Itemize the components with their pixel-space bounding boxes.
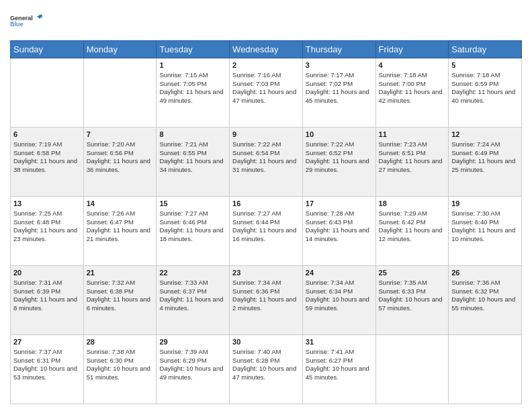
sunrise-text: Sunrise: 7:20 AM [87,140,135,148]
daylight-text: Daylight: 11 hours and 38 minutes. [13,157,77,173]
sunset-text: Sunset: 6:42 PM [379,218,426,226]
daylight-text: Daylight: 10 hours and 49 minutes. [159,365,223,381]
week-row-2: 6Sunrise: 7:19 AMSunset: 6:58 PMDaylight… [11,128,522,197]
day-number: 10 [306,130,373,140]
daylight-text: Daylight: 11 hours and 42 minutes. [379,88,443,104]
calendar-cell: 14Sunrise: 7:26 AMSunset: 6:47 PMDayligh… [83,197,157,266]
day-number: 31 [306,337,373,347]
sunset-text: Sunset: 6:54 PM [232,149,279,156]
daylight-text: Daylight: 11 hours and 23 minutes. [13,226,77,242]
day-number: 2 [232,60,300,71]
page: General Blue SundayMondayTuesdayWednesda… [0,0,532,411]
day-number: 27 [13,337,81,347]
sunset-text: Sunset: 7:03 PM [232,80,279,87]
sunset-text: Sunset: 6:46 PM [159,218,206,226]
calendar-cell: 4Sunrise: 7:18 AMSunset: 7:00 PMDaylight… [375,58,449,128]
sunrise-text: Sunrise: 7:29 AM [379,210,427,217]
day-number: 18 [379,199,446,209]
day-number: 21 [87,268,154,278]
sunset-text: Sunset: 6:36 PM [232,287,279,295]
sunrise-text: Sunrise: 7:35 AM [379,279,427,286]
sunrise-text: Sunrise: 7:25 AM [13,210,62,217]
daylight-text: Daylight: 11 hours and 18 minutes. [159,226,223,242]
calendar-cell: 20Sunrise: 7:31 AMSunset: 6:39 PMDayligh… [11,266,84,335]
weekday-header-thursday: Thursday [302,41,375,58]
daylight-text: Daylight: 11 hours and 31 minutes. [232,157,296,173]
daylight-text: Daylight: 11 hours and 4 minutes. [159,295,223,312]
sunset-text: Sunset: 6:33 PM [379,287,426,295]
sunrise-text: Sunrise: 7:15 AM [159,71,208,79]
sunset-text: Sunset: 6:49 PM [451,149,498,156]
sunset-text: Sunset: 6:32 PM [451,287,498,295]
daylight-text: Daylight: 11 hours and 49 minutes. [159,88,223,104]
sunset-text: Sunset: 6:52 PM [306,149,353,156]
daylight-text: Daylight: 10 hours and 59 minutes. [306,295,369,312]
sunset-text: Sunset: 6:34 PM [306,287,353,295]
sunrise-text: Sunrise: 7:33 AM [159,279,208,286]
sunset-text: Sunset: 7:02 PM [306,80,353,87]
sunrise-text: Sunrise: 7:34 AM [306,279,354,286]
sunset-text: Sunset: 6:38 PM [87,287,134,295]
daylight-text: Daylight: 11 hours and 12 minutes. [379,226,443,242]
week-row-5: 27Sunrise: 7:37 AMSunset: 6:31 PMDayligh… [11,335,522,404]
calendar-cell: 13Sunrise: 7:25 AMSunset: 6:48 PMDayligh… [11,197,84,266]
sunrise-text: Sunrise: 7:23 AM [379,140,427,148]
day-number: 3 [306,60,373,71]
sunset-text: Sunset: 6:39 PM [13,287,60,295]
sunset-text: Sunset: 6:51 PM [379,149,426,156]
daylight-text: Daylight: 10 hours and 53 minutes. [13,365,77,381]
daylight-text: Daylight: 10 hours and 45 minutes. [306,365,369,381]
weekday-header-tuesday: Tuesday [157,41,230,58]
sunset-text: Sunset: 6:56 PM [87,149,134,156]
sunset-text: Sunset: 6:28 PM [232,357,279,364]
daylight-text: Daylight: 11 hours and 16 minutes. [232,226,296,242]
day-number: 9 [232,130,300,140]
sunset-text: Sunset: 6:44 PM [232,218,279,226]
calendar-cell [11,58,84,128]
day-number: 11 [379,130,446,140]
day-number: 5 [451,60,519,71]
sunset-text: Sunset: 6:31 PM [13,357,60,364]
calendar-cell [83,58,157,128]
daylight-text: Daylight: 11 hours and 34 minutes. [159,157,223,173]
week-row-4: 20Sunrise: 7:31 AMSunset: 6:39 PMDayligh… [11,266,522,335]
sunrise-text: Sunrise: 7:24 AM [451,140,500,148]
daylight-text: Daylight: 11 hours and 36 minutes. [87,157,150,173]
calendar-cell: 29Sunrise: 7:39 AMSunset: 6:29 PMDayligh… [157,335,230,404]
calendar-cell: 21Sunrise: 7:32 AMSunset: 6:38 PMDayligh… [83,266,157,335]
day-number: 26 [451,268,519,278]
calendar-cell: 1Sunrise: 7:15 AMSunset: 7:05 PMDaylight… [157,58,230,128]
weekday-header-row: SundayMondayTuesdayWednesdayThursdayFrid… [11,41,522,58]
daylight-text: Daylight: 11 hours and 14 minutes. [306,226,369,242]
sunrise-text: Sunrise: 7:26 AM [87,210,135,217]
weekday-header-saturday: Saturday [449,41,522,58]
calendar-cell: 2Sunrise: 7:16 AMSunset: 7:03 PMDaylight… [230,58,303,128]
day-number: 25 [379,268,446,278]
daylight-text: Daylight: 11 hours and 47 minutes. [232,88,296,104]
sunrise-text: Sunrise: 7:41 AM [306,348,354,355]
sunset-text: Sunset: 6:40 PM [451,218,498,226]
week-row-3: 13Sunrise: 7:25 AMSunset: 6:48 PMDayligh… [11,197,522,266]
calendar-table: SundayMondayTuesdayWednesdayThursdayFrid… [10,40,522,404]
day-number: 13 [13,199,81,209]
calendar-cell: 30Sunrise: 7:40 AMSunset: 6:28 PMDayligh… [230,335,303,404]
sunrise-text: Sunrise: 7:16 AM [232,71,281,79]
calendar-cell: 17Sunrise: 7:28 AMSunset: 6:43 PMDayligh… [302,197,375,266]
logo: General Blue [10,7,44,35]
calendar-cell: 5Sunrise: 7:18 AMSunset: 6:59 PMDaylight… [449,58,522,128]
sunset-text: Sunset: 6:48 PM [13,218,60,226]
sunrise-text: Sunrise: 7:39 AM [159,348,208,355]
weekday-header-monday: Monday [83,41,157,58]
sunrise-text: Sunrise: 7:19 AM [13,140,62,148]
calendar-cell: 26Sunrise: 7:36 AMSunset: 6:32 PMDayligh… [449,266,522,335]
sunrise-text: Sunrise: 7:31 AM [13,279,62,286]
daylight-text: Daylight: 11 hours and 6 minutes. [87,295,150,312]
daylight-text: Daylight: 11 hours and 29 minutes. [306,157,369,173]
calendar-cell: 22Sunrise: 7:33 AMSunset: 6:37 PMDayligh… [157,266,230,335]
sunrise-text: Sunrise: 7:21 AM [159,140,208,148]
sunrise-text: Sunrise: 7:28 AM [306,210,354,217]
calendar-cell: 15Sunrise: 7:27 AMSunset: 6:46 PMDayligh… [157,197,230,266]
daylight-text: Daylight: 10 hours and 55 minutes. [451,295,515,312]
calendar-cell: 27Sunrise: 7:37 AMSunset: 6:31 PMDayligh… [11,335,84,404]
daylight-text: Daylight: 11 hours and 40 minutes. [451,88,515,104]
